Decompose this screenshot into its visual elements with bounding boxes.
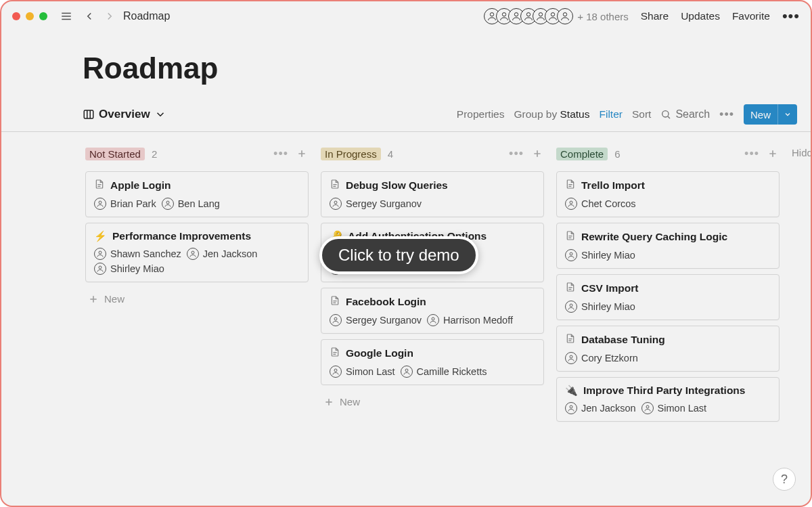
svg-point-3 (491, 13, 494, 16)
card-assignee: Ben Lang (162, 198, 220, 210)
sort-button[interactable]: Sort (632, 108, 651, 120)
avatar-icon (565, 352, 577, 364)
assignee-name: Camille Ricketts (417, 366, 487, 377)
column-header: Complete 6 ••• (556, 144, 780, 163)
card-title-row: Database Tuning (565, 333, 771, 347)
svg-point-30 (334, 201, 337, 204)
card-assignee: Shirley Miao (565, 301, 635, 313)
card-assignee: Shirley Miao (94, 263, 164, 275)
card-assignees: Shawn SanchezJen JacksonShirley Miao (94, 248, 300, 275)
card-title-row: Trello Import (565, 179, 771, 192)
svg-point-19 (99, 201, 102, 204)
card-emoji-icon: 🔌 (565, 384, 578, 397)
page-icon (330, 295, 340, 309)
search-button[interactable]: Search (660, 108, 710, 120)
card-assignees: Brian ParkBen Lang (94, 198, 300, 210)
kanban-card[interactable]: Facebook Login Sergey SurganovHarrison M… (321, 288, 544, 334)
close-window[interactable] (12, 12, 20, 20)
column-status-tag[interactable]: Complete (556, 148, 608, 160)
column-add-icon[interactable] (531, 147, 544, 160)
assignee-name: Shawn Sanchez (110, 248, 181, 259)
back-button[interactable] (80, 7, 99, 26)
card-title: Google Login (346, 347, 413, 359)
card-assignees: Sergey Surganov (330, 198, 535, 210)
add-card-label: New (340, 396, 360, 407)
maximize-window[interactable] (39, 12, 47, 20)
assignee-name: Shirley Miao (581, 301, 635, 312)
card-assignees: Cory Etzkorn (565, 352, 771, 364)
svg-point-48 (570, 201, 572, 204)
card-assignees: Sergey SurganovHarrison Medoff (330, 314, 535, 326)
add-card-label: New (104, 293, 125, 305)
kanban-card[interactable]: CSV Import Shirley Miao (556, 274, 780, 320)
svg-point-57 (570, 355, 572, 358)
page-icon (565, 333, 576, 347)
assignee-name: Brian Park (110, 198, 156, 209)
svg-point-5 (515, 13, 518, 16)
minimize-window[interactable] (26, 12, 34, 20)
presence-others-count: + 18 others (577, 11, 628, 22)
presence-avatar[interactable] (557, 8, 573, 24)
share-button[interactable]: Share (641, 10, 669, 22)
column-status-tag[interactable]: Not Started (85, 148, 145, 160)
chevron-down-icon (154, 108, 166, 120)
column-add-icon[interactable] (766, 147, 780, 160)
divider (1, 131, 811, 132)
assignee-name: Cory Etzkorn (581, 353, 638, 363)
kanban-card[interactable]: Google Login Simon LastCamille Ricketts (321, 339, 544, 385)
forward-button[interactable] (100, 7, 119, 26)
add-card-button[interactable]: New (85, 289, 309, 309)
column-more-icon[interactable]: ••• (273, 147, 288, 161)
svg-point-8 (551, 13, 555, 16)
more-menu-icon[interactable]: ••• (782, 7, 800, 25)
new-button-dropdown[interactable] (777, 104, 797, 125)
view-more-icon[interactable]: ••• (719, 108, 734, 122)
view-selector[interactable]: Overview (83, 108, 166, 121)
card-assignees: Jen JacksonSimon Last (565, 402, 771, 414)
new-button[interactable]: New (744, 104, 797, 125)
card-assignee: Chet Corcos (565, 198, 636, 210)
assignee-name: Simon Last (658, 403, 707, 414)
kanban-card[interactable]: Trello Import Chet Corcos (556, 171, 780, 217)
properties-button[interactable]: Properties (457, 108, 505, 120)
card-title: Database Tuning (581, 334, 665, 346)
filter-button[interactable]: Filter (599, 108, 622, 120)
card-title-row: Google Login (330, 347, 535, 360)
card-assignee: Shawn Sanchez (94, 248, 181, 260)
column-more-icon[interactable]: ••• (509, 147, 524, 161)
breadcrumb[interactable]: Roadmap (123, 10, 170, 22)
favorite-button[interactable]: Favorite (732, 10, 770, 22)
hidden-columns-label[interactable]: Hidd (792, 144, 811, 427)
kanban-column: In Progress 4 ••• Debug Slow Queries Ser… (321, 144, 544, 427)
add-card-button[interactable]: New (321, 392, 544, 412)
presence-avatars[interactable] (488, 8, 573, 24)
assignee-name: Sergey Surganov (346, 315, 422, 326)
svg-point-9 (564, 13, 567, 16)
kanban-card[interactable]: Database Tuning Cory Etzkorn (556, 326, 780, 372)
group-by-button[interactable]: Group by Status (514, 108, 589, 120)
svg-point-51 (570, 252, 572, 255)
kanban-card[interactable]: ⚡ Performance Improvements Shawn Sanchez… (85, 223, 309, 282)
column-more-icon[interactable]: ••• (744, 147, 759, 161)
avatar-icon (565, 198, 577, 210)
avatar-icon (565, 301, 577, 313)
column-add-icon[interactable] (295, 147, 309, 160)
card-assignees: Shirley Miao (565, 301, 771, 313)
svg-point-59 (646, 405, 649, 408)
kanban-card[interactable]: Debug Slow Queries Sergey Surganov (321, 171, 544, 217)
card-title: Improve Third Party Integrations (583, 384, 745, 397)
kanban-card[interactable]: Apple Login Brian ParkBen Lang (85, 171, 309, 217)
menu-icon[interactable] (57, 7, 76, 26)
kanban-card[interactable]: 🔌 Improve Third Party Integrations Jen J… (556, 377, 780, 422)
card-title-row: Facebook Login (330, 295, 535, 309)
column-status-tag[interactable]: In Progress (321, 148, 381, 160)
window-controls (12, 12, 47, 20)
help-button[interactable]: ? (773, 468, 796, 491)
demo-cta-button[interactable]: Click to try demo (319, 236, 478, 274)
updates-button[interactable]: Updates (681, 10, 720, 22)
svg-point-37 (432, 317, 434, 320)
kanban-card[interactable]: Rewrite Query Caching Logic Shirley Miao (556, 223, 780, 269)
avatar-icon (94, 248, 106, 260)
svg-point-41 (405, 369, 408, 372)
avatar-icon (94, 263, 106, 275)
